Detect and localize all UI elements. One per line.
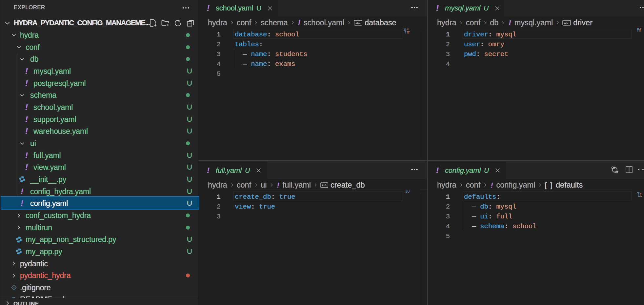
svg-text:abc: abc (564, 21, 570, 25)
svg-text:abc: abc (355, 21, 361, 25)
